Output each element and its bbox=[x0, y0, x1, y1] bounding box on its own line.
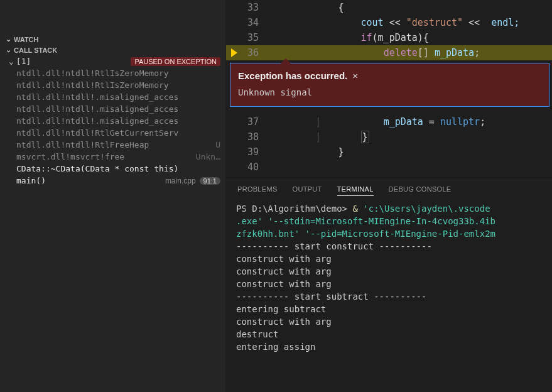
stack-frame[interactable]: msvcrt.dll!msvcrt!freeUnkn… bbox=[0, 151, 225, 163]
terminal-text: 'c:\Users\jayden\.vscode bbox=[363, 204, 490, 214]
code-text: [] bbox=[418, 47, 435, 58]
terminal-output: construct with arg bbox=[236, 317, 332, 327]
terminal-output: entering subtract bbox=[236, 304, 326, 314]
line-number: 37 bbox=[244, 114, 259, 129]
tab-debug-console[interactable]: DEBUG CONSOLE bbox=[389, 185, 452, 196]
stack-frame[interactable]: ntdll.dll!ntdll!.misaligned_acces bbox=[0, 115, 225, 127]
frame-name: ntdll.dll!ntdll!RtlIsZeroMemory bbox=[16, 80, 169, 90]
frame-name: msvcrt.dll!msvcrt!free bbox=[16, 152, 124, 161]
terminal-output: construct with arg bbox=[236, 254, 332, 264]
code-line-current: 36 delete[] m_pData; bbox=[226, 45, 552, 60]
frame-name: CData::~CData(CData * const this) bbox=[16, 164, 178, 173]
line-number: 38 bbox=[244, 129, 259, 144]
code-text: (m_pData) bbox=[372, 32, 423, 43]
tab-output[interactable]: OUTPUT bbox=[293, 185, 322, 196]
code-text: if bbox=[361, 32, 372, 43]
callstack-label: CALL STACK bbox=[14, 46, 57, 54]
watch-label: WATCH bbox=[14, 36, 39, 43]
stack-frame[interactable]: ntdll.dll!ntdll!.misaligned_acces bbox=[0, 91, 225, 103]
code-text: nullptr bbox=[440, 116, 480, 128]
line-number: 36 bbox=[244, 45, 259, 60]
code-line: 38 | } bbox=[226, 129, 552, 144]
terminal-prompt: PS D:\Algorithm\demo> bbox=[236, 204, 352, 214]
line-number: 35 bbox=[244, 30, 259, 45]
stack-frame[interactable]: ntdll.dll!ntdll!RtlGetCurrentServ bbox=[0, 127, 225, 139]
code-text: endl; bbox=[485, 17, 519, 28]
line-number: 40 bbox=[244, 160, 259, 175]
stack-frame[interactable]: main() main.cpp 91:1 bbox=[0, 175, 225, 187]
main-area: 33 { 34 cout << "destruct" << endl; 35 i… bbox=[226, 0, 552, 392]
code-line: 40 bbox=[226, 160, 552, 175]
line-number: 39 bbox=[244, 144, 259, 160]
stack-frame[interactable]: CData::~CData(CData * const this) bbox=[0, 163, 225, 175]
exception-banner: Exception has occurred. × Unknown signal bbox=[230, 63, 549, 107]
terminal-output: ---------- start construct ---------- bbox=[236, 241, 432, 251]
callstack-header[interactable]: ⌄ CALL STACK bbox=[0, 45, 225, 55]
line-number: 34 bbox=[244, 15, 259, 30]
execution-pointer-icon bbox=[231, 48, 237, 57]
code-text: m_pData bbox=[384, 116, 423, 128]
watch-section: ⌄ WATCH bbox=[0, 31, 225, 45]
code-line: 34 cout << "destruct" << endl; bbox=[226, 15, 552, 30]
frame-name: ntdll.dll!ntdll!RtlIsZeroMemory bbox=[16, 68, 169, 78]
exception-title: Exception has occurred. bbox=[238, 68, 347, 84]
code-text: { bbox=[338, 2, 344, 13]
line-number: 33 bbox=[244, 0, 259, 15]
tab-problems[interactable]: PROBLEMS bbox=[237, 185, 278, 196]
frame-tail: Unkn… bbox=[196, 152, 220, 161]
terminal-text: .exe' '--stdin=Microsoft-MIEngine-In-4cv… bbox=[236, 216, 495, 226]
banner-caret-icon bbox=[281, 58, 291, 63]
terminal-output: entering assign bbox=[236, 342, 315, 352]
code-text: m_pData bbox=[435, 47, 474, 58]
frame-name: ntdll.dll!ntdll!RtlFreeHeap bbox=[16, 140, 149, 150]
stack-frame[interactable]: ntdll.dll!ntdll!.misaligned_acces bbox=[0, 103, 225, 115]
code-text: cout bbox=[361, 17, 384, 28]
stack-frame[interactable]: ntdll.dll!ntdll!RtlIsZeroMemory bbox=[0, 79, 225, 91]
code-line: 35 if(m_pData){ bbox=[226, 30, 552, 45]
terminal-output: construct with arg bbox=[236, 266, 332, 276]
terminal-output: destruct bbox=[236, 329, 278, 339]
frame-name: ntdll.dll!ntdll!.misaligned_acces bbox=[16, 104, 178, 114]
code-line: 33 { bbox=[226, 0, 552, 15]
frame-file: main.cpp bbox=[165, 177, 196, 185]
frame-line: 91:1 bbox=[200, 177, 220, 185]
code-editor[interactable]: 33 { 34 cout << "destruct" << endl; 35 i… bbox=[226, 0, 552, 175]
stack-frame[interactable]: ntdll.dll!ntdll!RtlFreeHeapU bbox=[0, 139, 225, 151]
exception-message: Unknown signal bbox=[238, 85, 541, 100]
code-line: 39 } bbox=[226, 144, 552, 160]
chevron-down-icon: ⌄ bbox=[5, 46, 11, 54]
code-text: delete bbox=[384, 47, 418, 58]
frame-name: ntdll.dll!ntdll!.misaligned_acces bbox=[16, 92, 178, 102]
callstack-section: ⌄ CALL STACK ⌄[1] PAUSED ON EXCEPTION nt… bbox=[0, 45, 225, 392]
terminal-body[interactable]: PS D:\Algorithm\demo> & 'c:\Users\jayden… bbox=[226, 199, 552, 392]
thread-label: [1] bbox=[16, 57, 31, 66]
terminal-output: construct with arg bbox=[236, 279, 332, 289]
sidebar-spacer bbox=[0, 0, 225, 31]
code-text: } bbox=[361, 131, 369, 143]
close-icon[interactable]: × bbox=[352, 68, 358, 84]
frame-tail: U bbox=[215, 140, 220, 150]
terminal-text: zfzk0hh.bnt' '--pid=Microsoft-MIEngine-P… bbox=[236, 229, 495, 239]
chevron-down-icon: ⌄ bbox=[5, 35, 11, 43]
code-text: << bbox=[384, 17, 406, 28]
tab-terminal[interactable]: TERMINAL bbox=[337, 185, 374, 196]
code-text: = bbox=[423, 116, 440, 128]
thread-row[interactable]: ⌄[1] PAUSED ON EXCEPTION bbox=[0, 55, 225, 67]
frame-name: ntdll.dll!ntdll!.misaligned_acces bbox=[16, 116, 178, 126]
code-text: { bbox=[423, 32, 429, 43]
code-text: } bbox=[338, 146, 344, 158]
code-text: "destruct" bbox=[406, 17, 463, 28]
stack-frame[interactable]: ntdll.dll!ntdll!RtlIsZeroMemory bbox=[0, 67, 225, 79]
frame-name: ntdll.dll!ntdll!RtlGetCurrentServ bbox=[16, 128, 178, 138]
panel-tabs: PROBLEMS OUTPUT TERMINAL DEBUG CONSOLE bbox=[226, 180, 552, 199]
debug-sidebar: ⌄ WATCH ⌄ CALL STACK ⌄[1] PAUSED ON EXCE… bbox=[0, 0, 226, 392]
terminal-output: ---------- start subtract ---------- bbox=[236, 291, 426, 302]
chevron-down-icon: ⌄ bbox=[9, 57, 14, 66]
code-line: 37 | m_pData = nullptr; bbox=[226, 114, 552, 129]
code-text: ; bbox=[474, 47, 480, 58]
paused-badge: PAUSED ON EXCEPTION bbox=[131, 57, 220, 66]
watch-header[interactable]: ⌄ WATCH bbox=[0, 34, 225, 45]
terminal-text: & bbox=[352, 204, 363, 214]
frame-name: main() bbox=[16, 176, 46, 185]
code-text: ; bbox=[480, 116, 485, 128]
